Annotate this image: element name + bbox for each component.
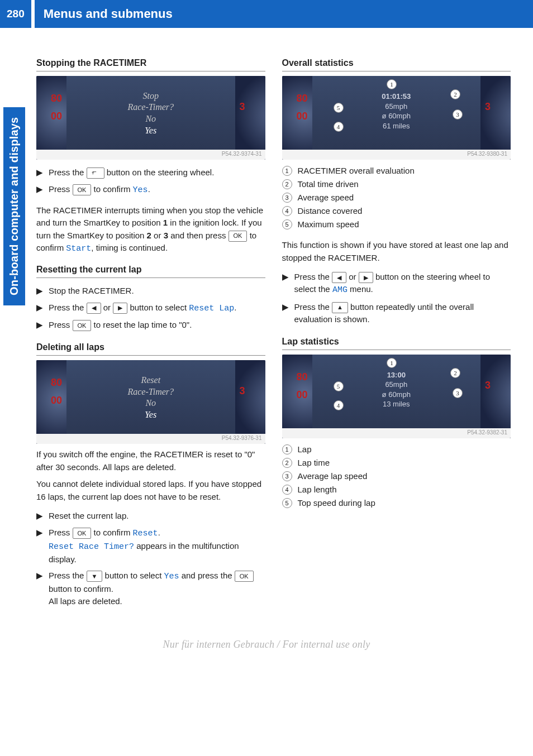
paragraph: You cannot delete individual stored laps…	[36, 478, 265, 503]
display-stats: 01:01:53 65mph ø 60mph 61 miles	[382, 92, 411, 131]
callout-3: 3	[453, 109, 463, 119]
gauge-mark: 00	[51, 395, 62, 406]
step-text: Press OK to reset the lap time to "0".	[49, 319, 192, 331]
display-line-selected: Yes	[145, 126, 156, 135]
legend-row: 3Average lap speed	[282, 470, 511, 483]
gauge-mark: 80	[51, 93, 62, 104]
up-arrow-button-icon: ▲	[332, 302, 348, 313]
right-column: Overall statistics 8000 3 01:01:53 65mph…	[282, 49, 511, 615]
figure-ref: P54.32-9376-31	[36, 434, 265, 444]
heading-deleting-laps: Deleting all laps	[36, 342, 265, 356]
gauge-mark: 3	[240, 385, 245, 397]
display-line-selected: Yes	[145, 410, 156, 420]
callout-4: 4	[282, 485, 292, 495]
display-line: 13:00	[382, 370, 411, 380]
step-text: Press the ▼ button to select Yes and pre…	[49, 570, 265, 607]
display-line: 13 miles	[382, 399, 411, 409]
gauge-mark: 3	[485, 101, 491, 113]
display-stats: 13:00 65mph ø 60mph 13 miles	[382, 370, 411, 409]
callout-5: 5	[282, 219, 292, 229]
ok-button-icon: OK	[229, 231, 248, 242]
step-text: Press the ▲ button repeatedly until the …	[294, 301, 511, 326]
step-text: Press OK to confirm Yes.	[49, 183, 150, 197]
step-text: Press the ◀ or ▶ button on the steering …	[294, 271, 511, 296]
gauge-mark: 00	[296, 389, 307, 401]
triangle-bullet-icon: ▶	[36, 166, 44, 179]
triangle-bullet-icon: ▶	[282, 301, 290, 326]
callout-3: 3	[282, 193, 292, 203]
figure-overall-stats: 8000 3 01:01:53 65mph ø 60mph 61 miles 1…	[282, 76, 511, 160]
down-arrow-button-icon: ▼	[87, 571, 103, 582]
step-text: Press the button on the steering wheel.	[49, 166, 214, 179]
triangle-bullet-icon: ▶	[36, 302, 44, 315]
display-line: Reset	[141, 375, 160, 385]
ok-button-icon: OK	[235, 571, 254, 582]
side-tab-region: On-board computer and displays	[0, 29, 31, 626]
legend-row: 2Total time driven	[282, 178, 511, 191]
triangle-bullet-icon: ▶	[36, 319, 44, 331]
instruction-step: ▶Stop the RACETIMER.	[36, 283, 265, 299]
instruction-step: ▶Reset the current lap.	[36, 508, 265, 524]
triangle-bullet-icon: ▶	[36, 285, 44, 297]
left-arrow-button-icon: ◀	[332, 272, 346, 283]
display-line: ø 60mph	[382, 111, 411, 121]
legend-text: RACETIMER overall evaluation	[298, 166, 415, 175]
legend-text: Top speed during lap	[298, 498, 375, 508]
heading-stopping-racetimer: Stopping the RACETIMER	[36, 58, 265, 71]
display-line: ø 60mph	[382, 390, 411, 400]
legend-row: 3Average speed	[282, 191, 511, 204]
legend-lap: 1Lap 2Lap time 3Average lap speed 4Lap l…	[282, 443, 511, 510]
instruction-step: ▶ Press the ▼ button to select Yes and p…	[36, 567, 265, 609]
legend-text: Maximum speed	[298, 219, 359, 229]
figure-reset-racetimer: 8000 3 Reset Race-Timer? No Yes P54.32-9…	[36, 360, 265, 444]
gauge-mark: 00	[296, 111, 307, 122]
display-line: 65mph	[382, 380, 411, 390]
instruction-step: ▶ Press the ▲ button repeatedly until th…	[282, 299, 511, 328]
triangle-bullet-icon: ▶	[36, 510, 44, 522]
paragraph: This function is shown if you have store…	[282, 239, 511, 264]
callout-4: 4	[334, 122, 344, 132]
triangle-bullet-icon: ▶	[36, 183, 44, 197]
legend-text: Average speed	[298, 193, 354, 202]
left-column: Stopping the RACETIMER 8000 3 Stop Race-…	[36, 49, 265, 615]
legend-row: 4Distance covered	[282, 204, 511, 218]
ok-button-icon: OK	[73, 320, 92, 331]
legend-text: Distance covered	[298, 206, 363, 216]
instruction-step: ▶ Press the button on the steering wheel…	[36, 164, 265, 181]
gauge-mark: 80	[296, 93, 307, 104]
legend-row: 5Maximum speed	[282, 218, 511, 231]
display-line: Race-Timer?	[127, 387, 174, 396]
callout-1: 1	[387, 79, 397, 89]
heading-lap-stats: Lap statistics	[282, 337, 511, 350]
display-line: 61 miles	[382, 121, 411, 131]
callout-1: 1	[387, 358, 397, 368]
step-text: Press the ◀ or ▶ button to select Reset …	[49, 302, 236, 315]
watermark-text: Nur für internen Gebrauch / For internal…	[0, 639, 533, 650]
page-number: 280	[0, 0, 31, 28]
heading-overall-stats: Overall statistics	[282, 58, 511, 71]
callout-5: 5	[334, 103, 344, 113]
triangle-bullet-icon: ▶	[36, 570, 44, 607]
page-title: Menus and submenus	[35, 0, 533, 28]
gauge-mark: 3	[240, 101, 245, 113]
display-line: 65mph	[382, 101, 411, 111]
gauge-mark: 00	[51, 111, 62, 122]
legend-overall: 1RACETIMER overall evaluation 2Total tim…	[282, 164, 511, 231]
callout-2: 2	[450, 89, 460, 99]
figure-ref: P54.32-9374-31	[36, 150, 265, 160]
callout-2: 2	[450, 368, 460, 378]
callout-3: 3	[453, 388, 463, 398]
legend-row: 2Lap time	[282, 456, 511, 470]
page-header: 280 Menus and submenus	[0, 0, 533, 29]
display-line: 01:01:53	[382, 92, 411, 102]
right-arrow-button-icon: ▶	[359, 272, 373, 283]
legend-row: 1Lap	[282, 443, 511, 456]
paragraph: The RACETIMER interrupts timing when you…	[36, 204, 265, 256]
paragraph: If you switch off the engine, the RACETI…	[36, 448, 265, 473]
legend-text: Lap	[298, 444, 312, 454]
step-text: Reset the current lap.	[49, 510, 129, 522]
legend-row: 4Lap length	[282, 483, 511, 496]
back-button-icon	[87, 168, 104, 179]
display-line: No	[145, 114, 156, 124]
legend-text: Total time driven	[298, 179, 359, 189]
